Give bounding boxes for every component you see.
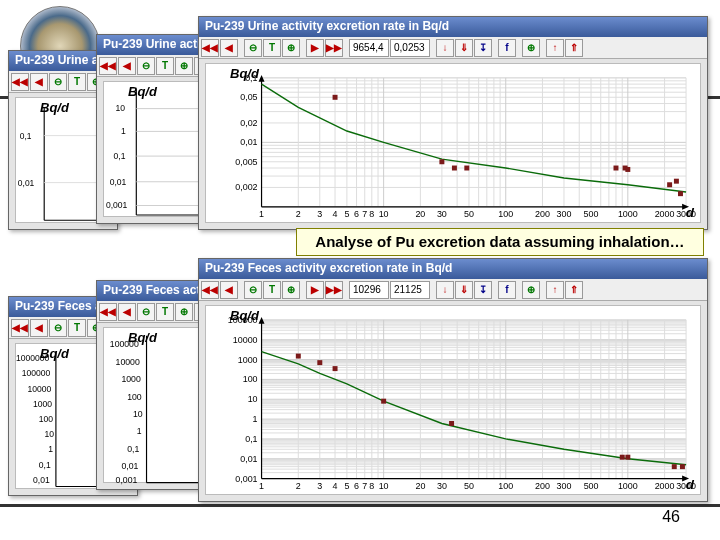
svg-rect-96 [333, 95, 338, 100]
svg-text:0,001: 0,001 [116, 475, 138, 485]
svg-text:100: 100 [498, 209, 513, 219]
zoom-icon[interactable]: ⊕ [522, 281, 540, 299]
fwd-icon[interactable]: ▶ [306, 39, 324, 57]
back-icon[interactable]: ◀ [220, 39, 238, 57]
fit-icon[interactable]: f [498, 281, 516, 299]
zoomout-icon[interactable]: ⊖ [49, 319, 67, 337]
svg-text:50: 50 [464, 481, 474, 491]
upup-icon[interactable]: ⇑ [565, 39, 583, 57]
svg-text:1: 1 [121, 126, 126, 136]
down-icon[interactable]: ↓ [436, 281, 454, 299]
svg-text:7: 7 [362, 209, 367, 219]
svg-text:10: 10 [248, 394, 258, 404]
svg-text:3: 3 [317, 481, 322, 491]
toolbar: ◀◀ ◀ ⊖ T ⊕ ▶ ▶▶ 9654,4 0,0253 ↓ ⇓ ↧ f ⊕ … [199, 37, 707, 59]
callout-banner: Analyse of Pu excretion data assuming in… [296, 228, 704, 256]
barup-icon[interactable]: ↧ [474, 39, 492, 57]
rewind-icon[interactable]: ◀◀ [99, 303, 117, 321]
zoomin-icon[interactable]: ⊕ [282, 281, 300, 299]
text-icon[interactable]: T [156, 303, 174, 321]
value-2: 0,0253 [390, 39, 430, 57]
svg-text:0,01: 0,01 [240, 454, 257, 464]
fit-icon[interactable]: f [498, 39, 516, 57]
back-icon[interactable]: ◀ [220, 281, 238, 299]
svg-rect-103 [667, 182, 672, 187]
svg-text:10: 10 [115, 103, 125, 113]
toolbar: ◀◀ ◀ ⊖ T ⊕ ▶ ▶▶ 10296 21125 ↓ ⇓ ↧ f ⊕ ↑ … [199, 279, 707, 301]
back-icon[interactable]: ◀ [118, 303, 136, 321]
svg-text:6: 6 [354, 481, 359, 491]
svg-text:100: 100 [39, 414, 54, 424]
svg-text:0,1: 0,1 [127, 444, 139, 454]
svg-text:1: 1 [48, 444, 53, 454]
ffwd-icon[interactable]: ▶▶ [325, 39, 343, 57]
text-icon[interactable]: T [68, 319, 86, 337]
rewind-icon[interactable]: ◀◀ [201, 39, 219, 57]
svg-text:0,002: 0,002 [235, 182, 257, 192]
svg-text:10: 10 [45, 429, 55, 439]
zoomout-icon[interactable]: ⊖ [137, 303, 155, 321]
svg-text:2000: 2000 [655, 209, 675, 219]
svg-text:1000: 1000 [618, 209, 638, 219]
svg-text:0,1: 0,1 [39, 460, 51, 470]
window-urine-front: Pu-239 Urine activity excretion rate in … [198, 16, 708, 230]
text-icon[interactable]: T [263, 39, 281, 57]
down2-icon[interactable]: ⇓ [455, 281, 473, 299]
svg-text:100000: 100000 [22, 368, 51, 378]
up-icon[interactable]: ↑ [546, 281, 564, 299]
zoomout-icon[interactable]: ⊖ [244, 281, 262, 299]
svg-text:100: 100 [243, 374, 258, 384]
svg-text:0,01: 0,01 [121, 461, 138, 471]
svg-rect-263 [296, 354, 301, 359]
value-1: 9654,4 [349, 39, 389, 57]
svg-rect-271 [680, 464, 685, 469]
text-icon[interactable]: T [68, 73, 86, 91]
zoom-icon[interactable]: ⊕ [522, 39, 540, 57]
rewind-icon[interactable]: ◀◀ [11, 319, 29, 337]
upup-icon[interactable]: ⇑ [565, 281, 583, 299]
svg-text:10: 10 [379, 481, 389, 491]
down2-icon[interactable]: ⇓ [455, 39, 473, 57]
svg-text:30: 30 [437, 209, 447, 219]
slide-number: 46 [662, 508, 680, 526]
down-icon[interactable]: ↓ [436, 39, 454, 57]
svg-text:100: 100 [127, 392, 142, 402]
svg-text:3000: 3000 [676, 209, 696, 219]
svg-text:7: 7 [362, 481, 367, 491]
svg-text:1: 1 [259, 209, 264, 219]
svg-text:2: 2 [296, 209, 301, 219]
zoomin-icon[interactable]: ⊕ [175, 303, 193, 321]
svg-rect-265 [333, 366, 338, 371]
back-icon[interactable]: ◀ [118, 57, 136, 75]
svg-rect-102 [625, 167, 630, 172]
ffwd-icon[interactable]: ▶▶ [325, 281, 343, 299]
text-icon[interactable]: T [263, 281, 281, 299]
zoomin-icon[interactable]: ⊕ [282, 39, 300, 57]
fwd-icon[interactable]: ▶ [306, 281, 324, 299]
svg-text:1: 1 [137, 426, 142, 436]
svg-text:10000: 10000 [116, 357, 140, 367]
svg-text:10000: 10000 [233, 335, 258, 345]
svg-text:4: 4 [333, 481, 338, 491]
svg-text:0,01: 0,01 [18, 178, 35, 188]
rewind-icon[interactable]: ◀◀ [99, 57, 117, 75]
svg-text:10: 10 [133, 409, 143, 419]
back-icon[interactable]: ◀ [30, 319, 48, 337]
svg-text:1: 1 [259, 481, 264, 491]
rewind-icon[interactable]: ◀◀ [201, 281, 219, 299]
zoomout-icon[interactable]: ⊖ [244, 39, 262, 57]
svg-rect-269 [625, 455, 630, 460]
back-icon[interactable]: ◀ [30, 73, 48, 91]
svg-text:5: 5 [344, 209, 349, 219]
svg-text:0,1: 0,1 [114, 151, 126, 161]
zoomin-icon[interactable]: ⊕ [175, 57, 193, 75]
zoomout-icon[interactable]: ⊖ [137, 57, 155, 75]
rewind-icon[interactable]: ◀◀ [11, 73, 29, 91]
svg-text:20: 20 [415, 209, 425, 219]
text-icon[interactable]: T [156, 57, 174, 75]
zoomout-icon[interactable]: ⊖ [49, 73, 67, 91]
svg-text:0,1: 0,1 [20, 131, 32, 141]
svg-text:3: 3 [317, 209, 322, 219]
barup-icon[interactable]: ↧ [474, 281, 492, 299]
up-icon[interactable]: ↑ [546, 39, 564, 57]
